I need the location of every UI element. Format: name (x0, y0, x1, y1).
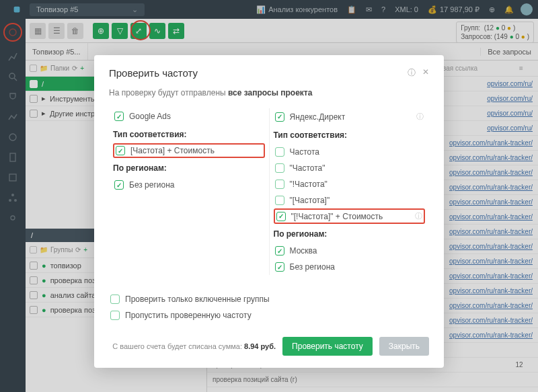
region-none[interactable]: Без региона (274, 259, 426, 275)
region-moscow[interactable]: Москва (274, 243, 426, 259)
check-frequency-button[interactable]: Проверить частоту (282, 337, 373, 356)
close-button[interactable]: Закрыть (379, 337, 429, 356)
opt-skip-checked[interactable]: Пропустить проверенную частоту (109, 307, 429, 323)
opt-enabled-groups[interactable]: Проверить только включенные группы (109, 291, 429, 307)
modal-right-col: Яндекс.Директⓘ Тип соответствия: Частота… (270, 108, 430, 275)
region-label: По регионам: (274, 229, 426, 239)
info-icon[interactable]: ⓘ (416, 112, 424, 122)
info-icon[interactable]: ⓘ (415, 211, 422, 221)
match-opt-1[interactable]: Частота (274, 144, 426, 160)
modal-subtitle: На проверку будут отправлены все запросы… (109, 88, 429, 97)
modal-help-icon[interactable]: ⓘ (408, 67, 416, 79)
region-label: По регионам: (113, 163, 265, 173)
match-opt-2[interactable]: "Частота" (274, 160, 426, 176)
match-opt-5-cost[interactable]: "[!Частота]" + Стоимостьⓘ (274, 208, 426, 224)
provider-google[interactable]: Google Ads (113, 108, 265, 124)
match-opt-3[interactable]: "!Частота" (274, 176, 426, 192)
modal-left-col: Google Ads Тип соответствия: [Частота] +… (109, 108, 270, 275)
match-label: Тип соответствия: (274, 130, 426, 140)
check-frequency-modal: Проверить частоту ⓘ ✕ На проверку будут … (94, 55, 444, 368)
modal-close-icon[interactable]: ✕ (422, 67, 429, 79)
match-option-cost[interactable]: [Частота] + Стоимость (113, 143, 265, 158)
match-opt-4[interactable]: "[Частота]" (274, 192, 426, 208)
match-label: Тип соответствия: (113, 130, 265, 139)
cost-summary: С вашего счета будет списана сумма: 8.94… (112, 342, 276, 350)
region-option-none[interactable]: Без региона (113, 177, 265, 193)
provider-yandex[interactable]: Яндекс.Директⓘ (274, 108, 426, 125)
modal-title: Проверить частоту (109, 67, 198, 79)
